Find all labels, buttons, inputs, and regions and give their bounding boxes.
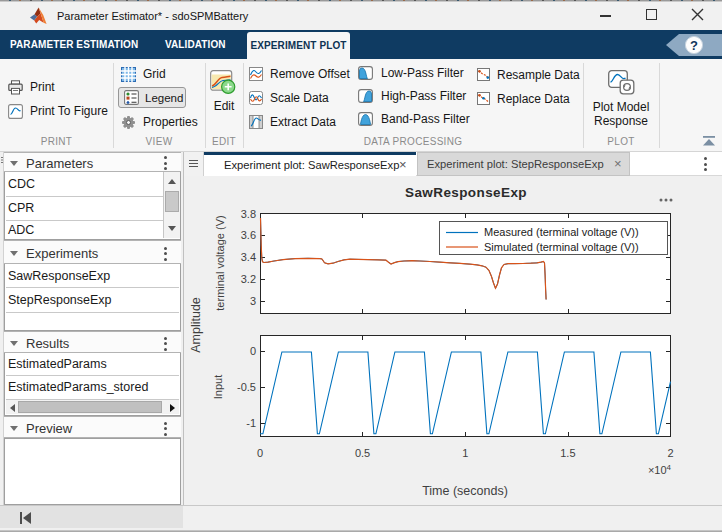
svg-text:3.6: 3.6 (241, 229, 256, 241)
svg-text:?: ? (690, 38, 698, 53)
svg-text:terminal voltage (V): terminal voltage (V) (214, 215, 226, 310)
svg-text:-0.5: -0.5 (237, 381, 256, 393)
svg-text:2: 2 (667, 447, 673, 459)
svg-text:-1: -1 (246, 417, 256, 429)
svg-text:3.2: 3.2 (241, 273, 256, 285)
svg-text:0: 0 (257, 447, 263, 459)
svg-text:Simulated (terminal voltage (V: Simulated (terminal voltage (V)) (484, 241, 639, 253)
svg-text:1.5: 1.5 (560, 447, 575, 459)
svg-text:Amplitude: Amplitude (189, 297, 203, 353)
svg-text:1: 1 (462, 447, 468, 459)
svg-text:Measured (terminal voltage (V): Measured (terminal voltage (V)) (484, 226, 639, 238)
svg-text:3: 3 (250, 295, 256, 307)
svg-text:Time (seconds): Time (seconds) (422, 484, 508, 498)
svg-text:0.5: 0.5 (355, 447, 370, 459)
svg-text:3.8: 3.8 (241, 208, 256, 220)
svg-text:0: 0 (250, 345, 256, 357)
svg-text:Input: Input (212, 375, 224, 399)
svg-text:3.4: 3.4 (241, 251, 256, 263)
svg-text:SawResponseExp: SawResponseExp (405, 185, 527, 200)
